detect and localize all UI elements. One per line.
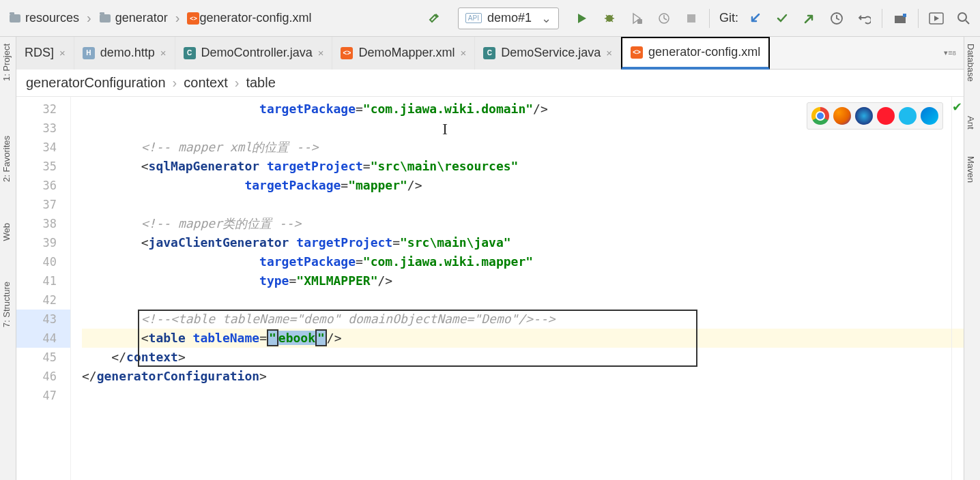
breadcrumb-label: generator [115, 11, 168, 25]
close-icon[interactable]: × [59, 47, 66, 59]
tab-label: generator-config.xml [648, 45, 760, 59]
close-icon[interactable]: × [461, 47, 467, 59]
xml-file-icon: <> [631, 46, 643, 59]
editor-tab-generator-config[interactable]: <> generator-config.xml [621, 37, 770, 70]
code-line[interactable] [82, 290, 964, 310]
editor-tab-demo-controller[interactable]: C DemoController.java × [175, 37, 333, 70]
close-icon[interactable]: × [318, 47, 324, 59]
crumb-item[interactable]: generatorConfiguration [26, 75, 166, 91]
tab-label: DemoController.java [201, 46, 313, 60]
run-button[interactable] [572, 8, 592, 29]
toolbox-button[interactable] [890, 8, 910, 29]
crumb-item[interactable]: context [184, 75, 227, 91]
code-editor[interactable]: 32333435363738394041424344454647 I targe… [16, 97, 964, 480]
line-number: 45 [16, 348, 70, 367]
left-panel-favorites[interactable]: 2: Favorites [0, 129, 13, 189]
breadcrumb-file[interactable]: <> generator-config.xml [181, 7, 317, 29]
code-line[interactable]: <table tableName="ebook"/> [82, 329, 964, 348]
code-line[interactable]: targetPackage="mapper"/> [82, 176, 964, 195]
tab-label: DemoService.java [501, 46, 601, 60]
svg-line-12 [966, 20, 969, 24]
line-number: 46 [16, 367, 70, 386]
line-number: 41 [16, 271, 70, 290]
profile-button[interactable] [654, 8, 674, 29]
code-line[interactable] [82, 195, 964, 214]
editor-tab-demo-http[interactable]: H demo.http × [74, 37, 175, 70]
search-everywhere-button[interactable] [953, 8, 974, 29]
git-push-button[interactable] [799, 8, 820, 29]
code-line[interactable]: type="XMLMAPPER"/> [82, 271, 964, 290]
tab-label: RDS] [25, 46, 54, 60]
left-panel-web[interactable]: Web [0, 216, 13, 248]
fold-gutter [71, 97, 82, 480]
close-icon[interactable]: × [606, 47, 612, 59]
http-file-icon: H [83, 47, 95, 59]
right-tool-window-bar: Database Ant Maven [964, 37, 980, 480]
analysis-ok-icon: ✔ [952, 100, 962, 115]
editor-tab-row: RDS] × H demo.http × C DemoController.ja… [16, 37, 964, 70]
left-panel-project[interactable]: 1: Project [0, 37, 13, 88]
line-number: 32 [16, 100, 70, 119]
debug-button[interactable] [599, 8, 620, 29]
crumb-item[interactable]: table [246, 75, 275, 91]
folder-icon [99, 12, 111, 25]
code-line[interactable]: <sqlMapGenerator targetProject="src\main… [82, 157, 964, 176]
code-breadcrumb: generatorConfiguration › context › table [16, 70, 964, 97]
opera-icon[interactable] [877, 107, 895, 125]
editor-tab-rds[interactable]: RDS] × [16, 37, 74, 70]
breadcrumb-label: resources [25, 11, 79, 25]
code-line[interactable]: <javaClientGenerator targetProject="src\… [82, 233, 964, 252]
chrome-icon[interactable] [811, 107, 829, 125]
browser-preview-icons [807, 102, 943, 130]
api-badge-icon: API [465, 13, 482, 23]
code-line[interactable]: </context> [82, 348, 964, 367]
git-label: Git: [719, 11, 738, 25]
play-tutorial-button[interactable] [926, 8, 947, 29]
build-hammer-icon[interactable] [424, 8, 445, 29]
line-number: 37 [16, 195, 70, 214]
run-config-name: demo#1 [487, 11, 532, 25]
breadcrumb-generator[interactable]: generator [93, 7, 174, 29]
coverage-button[interactable] [626, 8, 647, 29]
breadcrumb-label: generator-config.xml [199, 11, 311, 25]
right-panel-ant[interactable]: Ant [964, 109, 977, 136]
chevron-right-icon: › [173, 75, 177, 91]
line-number: 40 [16, 252, 70, 271]
code-content[interactable]: I targetPackage="com.jiawa.wiki.domain"/… [82, 97, 964, 480]
git-revert-button[interactable] [854, 8, 874, 29]
git-update-button[interactable] [745, 8, 765, 29]
editor-tab-demo-service[interactable]: C DemoService.java × [475, 37, 621, 70]
line-number: 39 [16, 233, 70, 252]
code-line[interactable]: <!--<table tableName="demo" domainObject… [82, 310, 964, 329]
code-line[interactable]: </generatorConfiguration> [82, 367, 964, 386]
code-line[interactable]: targetPackage="com.jiawa.wiki.mapper" [82, 252, 964, 271]
chevron-down-icon: ⌄ [541, 11, 551, 26]
breadcrumb-resources[interactable]: resources [3, 7, 85, 29]
edge-icon[interactable] [921, 107, 938, 125]
java-class-icon: C [483, 47, 495, 59]
line-number: 38 [16, 214, 70, 233]
right-panel-database[interactable]: Database [964, 37, 977, 89]
ie-icon[interactable] [899, 107, 917, 125]
line-number: 34 [16, 138, 70, 157]
safari-icon[interactable] [855, 107, 873, 125]
editor-area: RDS] × H demo.http × C DemoController.ja… [16, 37, 964, 480]
editor-marker-strip[interactable]: ✔ [951, 97, 964, 480]
tab-list-dropdown-icon[interactable]: ▾≡8 [940, 43, 960, 63]
code-line[interactable] [82, 386, 964, 405]
editor-tab-demo-mapper[interactable]: <> DemoMapper.xml × [332, 37, 475, 70]
tab-label: demo.http [100, 46, 155, 60]
stop-button[interactable] [681, 8, 702, 29]
git-commit-button[interactable] [772, 8, 792, 29]
close-icon[interactable]: × [160, 47, 167, 59]
svg-rect-4 [637, 19, 642, 24]
run-config-selector[interactable]: API demo#1 ⌄ [458, 7, 559, 29]
top-toolbar: resources › generator › <> generator-con… [0, 0, 980, 37]
svg-rect-6 [687, 14, 695, 22]
git-history-button[interactable] [826, 8, 847, 29]
firefox-icon[interactable] [833, 107, 851, 125]
code-line[interactable]: <!-- mapper类的位置 --> [82, 214, 964, 233]
left-panel-structure[interactable]: 7: Structure [0, 275, 13, 334]
right-panel-maven[interactable]: Maven [964, 149, 977, 190]
code-line[interactable]: <!-- mapper xml的位置 --> [82, 138, 964, 157]
